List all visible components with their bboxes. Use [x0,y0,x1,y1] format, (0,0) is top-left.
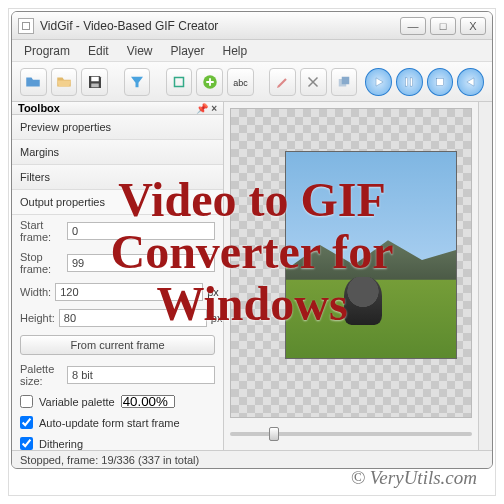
close-button[interactable]: X [460,17,486,35]
titlebar[interactable]: VidGif - Video-Based GIF Creator — □ X [12,12,492,40]
start-frame-input[interactable] [67,222,215,240]
height-label: Height: [20,312,55,324]
svg-rect-0 [91,76,99,81]
stop-frame-input[interactable] [67,254,215,272]
preview-area [224,102,478,450]
section-margins[interactable]: Margins [12,140,223,165]
svg-rect-7 [406,77,408,85]
open-file-icon[interactable] [20,68,47,96]
stop-frame-label: Stop frame: [20,251,63,275]
slider-knob[interactable] [269,427,279,441]
open-folder-icon[interactable] [51,68,78,96]
menu-player[interactable]: Player [169,42,207,60]
window-title: VidGif - Video-Based GIF Creator [40,19,218,33]
toolbox-title: Toolbox [18,102,60,114]
toolbox-panel: Toolbox 📌 × Preview properties Margins F… [12,102,224,450]
filter-icon[interactable] [124,68,151,96]
edit-icon[interactable] [269,68,296,96]
save-icon[interactable] [81,68,108,96]
auto-update-checkbox[interactable] [20,416,33,429]
preview-canvas[interactable] [230,108,472,418]
cut-icon[interactable] [300,68,327,96]
svg-rect-1 [91,83,99,87]
vertical-scrollbar[interactable] [478,102,492,450]
menu-view[interactable]: View [125,42,155,60]
svg-rect-6 [342,76,350,84]
section-preview-properties[interactable]: Preview properties [12,115,223,140]
app-icon [18,18,34,34]
dithering-checkbox[interactable] [20,437,33,450]
svg-text:abc: abc [234,77,249,87]
from-current-frame-button[interactable]: From current frame [20,335,215,355]
variable-palette-checkbox[interactable] [20,395,33,408]
svg-rect-2 [175,77,184,86]
height-unit: px [211,312,223,324]
toolbar: abc [12,62,492,102]
layer-icon[interactable] [331,68,358,96]
prev-frame-button[interactable] [457,68,484,96]
palette-size-input[interactable] [67,366,215,384]
menubar: Program Edit View Player Help [12,40,492,62]
section-filters[interactable]: Filters [12,165,223,190]
start-frame-label: Start frame: [20,219,63,243]
variable-palette-label: Variable palette [39,396,115,408]
width-input[interactable] [55,283,203,301]
status-text: Stopped, frame: 19/336 (337 in total) [20,454,199,466]
add-icon[interactable] [196,68,223,96]
video-frame [285,151,457,359]
auto-update-label: Auto-update form start frame [39,417,180,429]
section-output-properties[interactable]: Output properties [12,190,223,215]
minimize-button[interactable]: — [400,17,426,35]
width-label: Width: [20,286,51,298]
height-input[interactable] [59,309,207,327]
menu-help[interactable]: Help [221,42,250,60]
frame-slider[interactable] [230,424,472,444]
svg-rect-8 [410,77,412,85]
pause-button[interactable] [396,68,423,96]
menu-program[interactable]: Program [22,42,72,60]
maximize-button[interactable]: □ [430,17,456,35]
pin-icon[interactable]: 📌 × [196,103,217,114]
variable-palette-value[interactable] [121,395,175,408]
svg-rect-9 [436,78,443,85]
dithering-label: Dithering [39,438,83,450]
statusbar: Stopped, frame: 19/336 (337 in total) [12,450,492,468]
menu-edit[interactable]: Edit [86,42,111,60]
play-button[interactable] [365,68,392,96]
crop-icon[interactable] [166,68,193,96]
stop-button[interactable] [427,68,454,96]
text-icon[interactable]: abc [227,68,254,96]
palette-size-label: Palette size: [20,363,63,387]
width-unit: px [207,286,219,298]
app-window: VidGif - Video-Based GIF Creator — □ X P… [11,11,493,469]
watermark: © VeryUtils.com [351,467,477,489]
